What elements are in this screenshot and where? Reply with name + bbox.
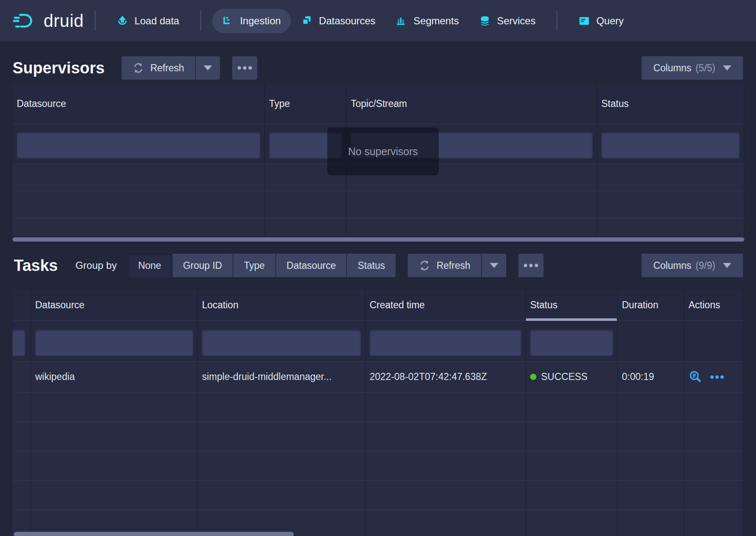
gantt-chart-icon bbox=[222, 15, 234, 27]
brand-name: druid bbox=[44, 11, 84, 31]
bar-chart-icon bbox=[396, 15, 407, 27]
inspect-magnifier-icon[interactable] bbox=[689, 370, 702, 384]
tasks-filter-row bbox=[13, 321, 743, 361]
supervisors-horizontal-scrollbar[interactable] bbox=[13, 237, 744, 242]
tasks-section-bar: Tasks Group by None Group ID Type Dataso… bbox=[14, 254, 743, 277]
clipped-filter-input[interactable] bbox=[13, 330, 25, 356]
tasks-columns-button[interactable]: Columns (9/9) bbox=[642, 254, 743, 277]
group-by-group-id-button[interactable]: Group ID bbox=[172, 254, 233, 277]
tasks-refresh-interval-button[interactable] bbox=[481, 254, 506, 277]
supervisors-columns-button[interactable]: Columns (5/5) bbox=[642, 56, 743, 80]
column-header-status-sorted[interactable]: Status bbox=[526, 289, 618, 320]
supervisors-filter-row bbox=[13, 124, 744, 164]
chevron-down-icon bbox=[204, 65, 212, 70]
more-dots-icon bbox=[238, 66, 252, 70]
nav-item-label: Ingestion bbox=[240, 15, 281, 27]
columns-label: Columns bbox=[653, 260, 691, 271]
nav-item-services[interactable]: Services bbox=[469, 9, 546, 33]
column-header-datasource[interactable]: Datasource bbox=[13, 84, 265, 124]
tasks-refresh-button[interactable]: Refresh bbox=[408, 254, 482, 277]
task-status: SUCCESS bbox=[526, 362, 618, 392]
group-by-datasource-button[interactable]: Datasource bbox=[275, 254, 347, 277]
task-duration: 0:00:19 bbox=[618, 362, 684, 392]
tasks-title: Tasks bbox=[14, 257, 58, 275]
created-time-filter-input[interactable] bbox=[370, 330, 521, 356]
table-row bbox=[13, 451, 743, 480]
status-filter-input[interactable] bbox=[601, 132, 740, 158]
column-header-topic-stream[interactable]: Topic/Stream bbox=[347, 84, 597, 124]
task-row-wikipedia[interactable]: wikipedia simple-druid-middlemanager... … bbox=[13, 361, 743, 392]
group-by-button-group: None Group ID Type Datasource Status bbox=[128, 254, 396, 277]
nav-item-label: Load data bbox=[135, 15, 179, 27]
column-header-location[interactable]: Location bbox=[198, 289, 365, 320]
nav-item-segments[interactable]: Segments bbox=[386, 9, 469, 33]
query-editor-icon bbox=[578, 15, 590, 27]
supervisors-refresh-button[interactable]: Refresh bbox=[122, 56, 195, 80]
table-row bbox=[13, 392, 743, 422]
column-header-type[interactable]: Type bbox=[265, 84, 347, 124]
nav-divider bbox=[200, 11, 201, 31]
supervisors-refresh-split-button: Refresh bbox=[122, 56, 220, 80]
task-actions bbox=[684, 362, 743, 392]
group-by-status-button[interactable]: Status bbox=[346, 254, 395, 277]
column-header-datasource[interactable]: Datasource bbox=[31, 289, 198, 320]
more-dots-icon bbox=[524, 264, 538, 267]
datasource-filter-input[interactable] bbox=[35, 330, 193, 356]
supervisors-title: Supervisors bbox=[13, 59, 105, 77]
nav-item-query[interactable]: Query bbox=[568, 9, 634, 33]
refresh-icon bbox=[419, 260, 430, 271]
columns-count: (9/9) bbox=[696, 260, 715, 271]
column-header-actions[interactable]: Actions bbox=[684, 289, 743, 320]
topic-stream-filter-input[interactable] bbox=[351, 132, 593, 158]
druid-logo-icon bbox=[13, 12, 37, 30]
supervisors-table-header: Datasource Type Topic/Stream Status bbox=[13, 84, 744, 124]
location-filter-input[interactable] bbox=[202, 330, 361, 356]
supervisors-refresh-interval-button[interactable] bbox=[195, 56, 220, 80]
chevron-down-icon bbox=[723, 65, 731, 70]
chevron-down-icon bbox=[490, 263, 498, 268]
task-datasource: wikipedia bbox=[31, 362, 198, 392]
nav-divider bbox=[95, 11, 96, 31]
column-header-clipped[interactable] bbox=[13, 289, 31, 320]
group-by-none-button[interactable]: None bbox=[128, 254, 172, 277]
table-row bbox=[13, 422, 743, 451]
upload-icon bbox=[117, 15, 128, 27]
supervisors-table: Datasource Type Topic/Stream Status No s… bbox=[13, 84, 744, 242]
nav-item-label: Query bbox=[596, 15, 624, 27]
refresh-label: Refresh bbox=[437, 260, 471, 271]
database-icon bbox=[479, 15, 491, 27]
top-nav: druid Load data Ingestion bbox=[0, 0, 756, 42]
task-location: simple-druid-middlemanager... bbox=[198, 362, 365, 392]
supervisors-section-bar: Supervisors Refresh Columns (5/5) bbox=[13, 56, 743, 80]
row-actions-menu-icon[interactable] bbox=[710, 375, 724, 379]
table-row bbox=[13, 480, 743, 510]
type-filter-input[interactable] bbox=[269, 132, 342, 158]
nav-divider bbox=[557, 11, 557, 31]
tasks-horizontal-scrollbar[interactable] bbox=[14, 532, 294, 536]
datasource-filter-input[interactable] bbox=[17, 132, 260, 158]
column-header-created-time[interactable]: Created time bbox=[365, 289, 526, 320]
stacked-panes-icon bbox=[301, 15, 313, 27]
nav-item-datasources[interactable]: Datasources bbox=[291, 9, 386, 33]
column-header-duration[interactable]: Duration bbox=[618, 289, 684, 320]
column-header-status[interactable]: Status bbox=[597, 84, 744, 124]
table-row bbox=[13, 218, 744, 236]
nav-item-label: Services bbox=[497, 15, 536, 27]
tasks-refresh-split-button: Refresh bbox=[408, 254, 507, 277]
status-badge: SUCCESS bbox=[541, 371, 588, 382]
nav-item-label: Segments bbox=[414, 15, 459, 27]
columns-count: (5/5) bbox=[696, 62, 715, 74]
supervisors-more-button[interactable] bbox=[232, 56, 257, 80]
refresh-label: Refresh bbox=[150, 62, 184, 74]
chevron-down-icon bbox=[723, 263, 731, 268]
success-status-dot bbox=[530, 374, 536, 380]
group-by-type-button[interactable]: Type bbox=[233, 254, 275, 277]
refresh-icon bbox=[132, 62, 144, 74]
nav-item-ingestion[interactable]: Ingestion bbox=[212, 9, 291, 33]
task-created-time: 2022-08-02T07:42:47.638Z bbox=[365, 362, 526, 392]
druid-brand[interactable]: druid bbox=[13, 11, 84, 31]
tasks-table-header: Datasource Location Created time Status … bbox=[13, 289, 743, 321]
nav-item-load-data[interactable]: Load data bbox=[106, 9, 189, 33]
tasks-more-button[interactable] bbox=[518, 254, 544, 277]
status-filter-input[interactable] bbox=[530, 330, 613, 356]
